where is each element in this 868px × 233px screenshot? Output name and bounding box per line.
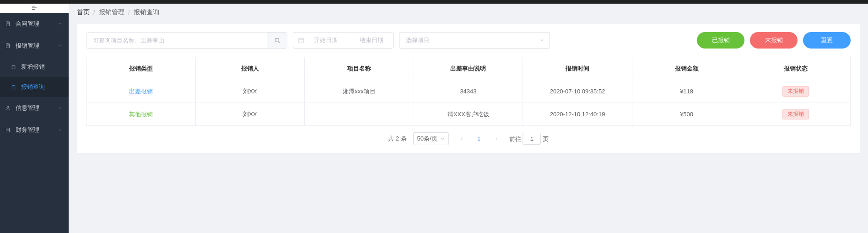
project-select-placeholder: 选择项目 bbox=[406, 36, 430, 44]
chevron-down-icon bbox=[58, 128, 62, 132]
svg-rect-17 bbox=[299, 38, 304, 43]
svg-point-11 bbox=[7, 106, 9, 108]
chevron-down-icon bbox=[58, 106, 62, 110]
svg-rect-10 bbox=[12, 85, 15, 89]
pagination: 共 2 条 50条/页 1 前往 页 bbox=[86, 132, 851, 145]
sidebar-item-query-reimburse[interactable]: 报销查询 bbox=[0, 77, 69, 97]
reset-button[interactable]: 重置 bbox=[803, 32, 851, 49]
cell-time: 2020-12-10 12:40:19 bbox=[523, 103, 632, 126]
document-icon bbox=[5, 127, 11, 133]
svg-line-16 bbox=[278, 42, 280, 43]
chevron-down-icon bbox=[539, 38, 545, 43]
calendar-icon bbox=[298, 37, 304, 43]
page-jump-input[interactable] bbox=[523, 133, 541, 145]
page-next-button[interactable] bbox=[490, 132, 503, 145]
page-prev-button[interactable] bbox=[455, 132, 468, 145]
cell-reason: 请XXX客户吃饭 bbox=[414, 103, 523, 126]
date-start-placeholder: 开始日期 bbox=[309, 36, 343, 44]
page-size-select[interactable]: 50条/页 bbox=[413, 132, 449, 145]
cell-type[interactable]: 出差报销 bbox=[129, 88, 153, 95]
svg-rect-9 bbox=[12, 65, 15, 69]
sidebar-group-info[interactable]: 信息管理 bbox=[0, 97, 69, 119]
collapse-icon bbox=[31, 5, 38, 11]
reimburse-table: 报销类型 报销人 项目名称 出差事由说明 报销时间 报销金额 报销状态 出差报销… bbox=[86, 57, 851, 126]
search-input[interactable] bbox=[86, 33, 267, 48]
col-status: 报销状态 bbox=[741, 57, 851, 80]
cell-person: 刘XX bbox=[195, 103, 305, 126]
sidebar-item-new-reimburse[interactable]: 新增报销 bbox=[0, 57, 69, 77]
col-person: 报销人 bbox=[195, 57, 305, 80]
title-bar bbox=[0, 0, 868, 4]
chevron-right-icon bbox=[494, 136, 499, 141]
sidebar-item-label: 新增报销 bbox=[21, 63, 45, 71]
chevron-left-icon bbox=[459, 136, 464, 141]
page-jump: 前往 页 bbox=[509, 133, 549, 145]
cell-project bbox=[305, 103, 414, 126]
page-icon bbox=[10, 64, 16, 70]
sidebar-group-reimburse[interactable]: 报销管理 bbox=[0, 35, 69, 57]
search-box bbox=[86, 32, 287, 49]
sidebar-group-finance[interactable]: 财务管理 bbox=[0, 119, 69, 141]
chevron-down-icon bbox=[440, 136, 445, 141]
breadcrumb-home[interactable]: 首页 bbox=[77, 8, 90, 16]
document-icon bbox=[5, 43, 11, 49]
table-row: 出差报销 刘XX 湘潭xxx项目 34343 2020-07-10 09:35:… bbox=[86, 80, 851, 103]
page-number[interactable]: 1 bbox=[474, 135, 484, 142]
chevron-down-icon bbox=[58, 22, 62, 26]
content-card: 开始日期 - 结束日期 选择项目 已报销 未报销 重置 报销类型 报销人 bbox=[77, 24, 860, 153]
filter-done-button[interactable]: 已报销 bbox=[697, 32, 744, 49]
pagination-total: 共 2 条 bbox=[388, 135, 406, 143]
breadcrumb: 首页 / 报销管理 / 报销查询 bbox=[69, 4, 868, 21]
cell-amount: ¥500 bbox=[632, 103, 741, 126]
project-select[interactable]: 选择项目 bbox=[399, 32, 550, 49]
date-end-placeholder: 结束日期 bbox=[354, 36, 388, 44]
sidebar-toggle[interactable] bbox=[0, 3, 69, 13]
cell-type[interactable]: 其他报销 bbox=[129, 111, 153, 118]
filter-undone-button[interactable]: 未报销 bbox=[750, 32, 798, 49]
sidebar-group-label: 报销管理 bbox=[16, 42, 58, 50]
search-icon bbox=[274, 37, 280, 43]
search-button[interactable] bbox=[267, 33, 287, 48]
breadcrumb-section[interactable]: 报销管理 bbox=[99, 8, 124, 16]
table-row: 其他报销 刘XX 请XXX客户吃饭 2020-12-10 12:40:19 ¥5… bbox=[86, 103, 851, 126]
col-type: 报销类型 bbox=[86, 57, 196, 80]
col-reason: 出差事由说明 bbox=[414, 57, 523, 80]
cell-time: 2020-07-10 09:35:52 bbox=[523, 80, 632, 103]
cell-reason: 34343 bbox=[414, 80, 523, 103]
chevron-up-icon bbox=[58, 43, 62, 48]
cell-person: 刘XX bbox=[195, 80, 305, 103]
col-time: 报销时间 bbox=[523, 57, 632, 80]
sidebar-group-contract[interactable]: 合同管理 bbox=[0, 13, 69, 35]
svg-point-15 bbox=[275, 38, 279, 42]
cell-project: 湘潭xxx项目 bbox=[305, 80, 414, 103]
sidebar-group-label: 财务管理 bbox=[16, 126, 58, 134]
status-badge: 未报销 bbox=[782, 86, 809, 97]
status-badge: 未报销 bbox=[782, 109, 809, 119]
col-amount: 报销金额 bbox=[632, 57, 741, 80]
cell-amount: ¥118 bbox=[632, 80, 741, 103]
breadcrumb-leaf: 报销查询 bbox=[134, 8, 159, 16]
document-icon bbox=[5, 21, 11, 27]
user-icon bbox=[5, 105, 11, 111]
page-icon bbox=[10, 84, 16, 90]
sidebar-group-label: 信息管理 bbox=[16, 104, 58, 112]
sidebar: 合同管理 报销管理 新增报销 报销查询 信息管理 财务管理 bbox=[0, 0, 69, 233]
sidebar-item-label: 报销查询 bbox=[21, 83, 45, 91]
date-range-picker[interactable]: 开始日期 - 结束日期 bbox=[293, 32, 394, 49]
col-project: 项目名称 bbox=[305, 57, 414, 80]
sidebar-group-label: 合同管理 bbox=[16, 20, 58, 28]
